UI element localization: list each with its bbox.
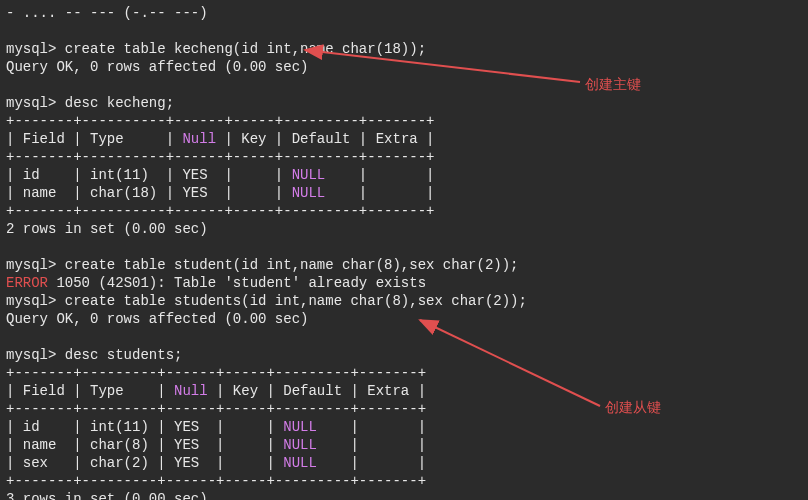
table2-border-top: +-------+---------+------+-----+--------… [6,365,426,381]
null-value: NULL [283,455,317,471]
table-row: | id | int(11) | YES | | NULL | | [6,167,434,183]
mysql-prompt: mysql> [6,257,65,273]
line-cmd5: mysql> desc students; [6,347,182,363]
mysql-prompt: mysql> [6,95,65,111]
line-cmd1-result: Query OK, 0 rows affected (0.00 sec) [6,59,308,75]
mysql-prompt: mysql> [6,347,65,363]
error-label: ERROR [6,275,48,291]
null-value: NULL [292,185,326,201]
terminal-output: - .... -- --- (-.-- ---) mysql> create t… [0,0,808,500]
null-value: NULL [292,167,326,183]
table1-border-mid: +-------+----------+------+-----+-------… [6,149,434,165]
line-top-fragment: - .... -- --- (-.-- ---) [6,5,208,21]
table1-border-bot: +-------+----------+------+-----+-------… [6,203,434,219]
table1-footer: 2 rows in set (0.00 sec) [6,221,208,237]
cmd4-text: create table students(id int,name char(8… [65,293,527,309]
null-value: NULL [283,437,317,453]
line-cmd3: mysql> create table student(id int,name … [6,257,519,273]
null-value: NULL [283,419,317,435]
null-header: Null [182,131,216,147]
cmd2-text: desc kecheng; [65,95,174,111]
table-row: | sex | char(2) | YES | | NULL | | [6,455,426,471]
table1-border-top: +-------+----------+------+-----+-------… [6,113,434,129]
table2-border-mid: +-------+---------+------+-----+--------… [6,401,426,417]
table1-header: | Field | Type | Null | Key | Default | … [6,131,434,147]
table2-border-bot: +-------+---------+------+-----+--------… [6,473,426,489]
null-header: Null [174,383,208,399]
cmd3-text: create table student(id int,name char(8)… [65,257,519,273]
error-rest: 1050 (42S01): Table 'student' already ex… [48,275,426,291]
table2-header: | Field | Type | Null | Key | Default | … [6,383,426,399]
line-cmd4-result: Query OK, 0 rows affected (0.00 sec) [6,311,308,327]
table2-footer: 3 rows in set (0.00 sec) [6,491,208,500]
line-cmd4: mysql> create table students(id int,name… [6,293,527,309]
mysql-prompt: mysql> [6,293,65,309]
line-cmd3-error: ERROR 1050 (42S01): Table 'student' alre… [6,275,426,291]
mysql-prompt: mysql> [6,41,65,57]
line-cmd1: mysql> create table kecheng(id int,name … [6,41,426,57]
table-row: | name | char(8) | YES | | NULL | | [6,437,426,453]
cmd1-text: create table kecheng(id int,name char(18… [65,41,426,57]
cmd5-text: desc students; [65,347,183,363]
line-cmd2: mysql> desc kecheng; [6,95,174,111]
table-row: | id | int(11) | YES | | NULL | | [6,419,426,435]
table-row: | name | char(18) | YES | | NULL | | [6,185,434,201]
